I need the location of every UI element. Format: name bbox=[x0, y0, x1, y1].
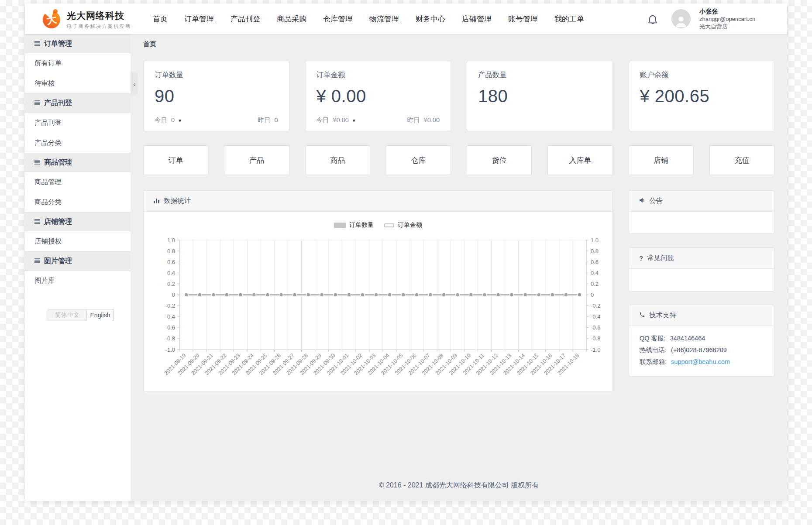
statistics-chart-svg: 1.01.00.80.80.60.60.40.40.20.200-0.2-0.2… bbox=[144, 212, 612, 392]
sidebar: 订单管理 所有订单待审核 产品刊登 产品刊登产品分类 商品管理 商品管理商品分类… bbox=[25, 34, 131, 501]
quick-button-inbound-orders[interactable]: 入库单 bbox=[547, 145, 612, 175]
stat-card-footer: 今日 ¥0.00 ▼ 昨日 ¥0.00 bbox=[317, 116, 440, 124]
language-switcher: 简体中文 English bbox=[48, 309, 114, 321]
legend-item-order-amount[interactable]: 订单金额 bbox=[384, 221, 422, 229]
brand-logo-icon: 大 bbox=[41, 8, 62, 31]
speaker-icon bbox=[639, 197, 645, 205]
svg-text:1.0: 1.0 bbox=[591, 237, 599, 244]
sidebar-group-images[interactable]: 图片管理 bbox=[25, 251, 131, 271]
chart-legend: 订单数量 订单金额 bbox=[144, 221, 612, 229]
stat-card-order-count: 订单数量 90 今日 0 ▼ 昨日 0 bbox=[143, 61, 289, 131]
stat-card-product-count: 产品数量 180 bbox=[467, 61, 613, 131]
app-window: 大 光大网络科技 电子商务解决方案供应商 首页订单管理产品刊登商品采购仓库管理物… bbox=[25, 3, 787, 501]
sidebar-group-goods[interactable]: 商品管理 bbox=[25, 153, 131, 172]
support-panel-title: 技术支持 bbox=[649, 311, 676, 320]
nav-item-product-listing[interactable]: 产品刊登 bbox=[231, 14, 260, 24]
user-avatar[interactable] bbox=[671, 9, 691, 28]
svg-text:0.4: 0.4 bbox=[591, 270, 599, 276]
brand-logo[interactable]: 大 光大网络科技 电子商务解决方案供应商 bbox=[41, 8, 131, 31]
svg-text:0.8: 0.8 bbox=[167, 248, 175, 254]
svg-text:大: 大 bbox=[45, 13, 57, 26]
sidebar-collapse-handle[interactable]: ‹ bbox=[131, 72, 138, 96]
quick-button-recharge[interactable]: 充值 bbox=[709, 145, 774, 175]
nav-item-my-tickets[interactable]: 我的工单 bbox=[554, 14, 584, 24]
quick-button-goods[interactable]: 商品 bbox=[305, 145, 370, 175]
nav-item-finance-center[interactable]: 财务中心 bbox=[416, 14, 445, 24]
menu-list-icon bbox=[34, 99, 40, 107]
sidebar-item-goods-management[interactable]: 商品管理 bbox=[25, 172, 131, 192]
quick-button-products[interactable]: 产品 bbox=[224, 145, 289, 175]
notification-bell-icon[interactable] bbox=[647, 13, 659, 25]
support-panel: 技术支持 QQ 客服: 3484146464 热线电话: (+86)028-87… bbox=[629, 305, 774, 377]
sidebar-item-label: 所有订单 bbox=[34, 59, 62, 68]
sidebar-group-orders[interactable]: 订单管理 bbox=[25, 34, 131, 53]
quick-button-stores[interactable]: 店铺 bbox=[629, 145, 694, 175]
language-current-button[interactable]: 简体中文 bbox=[48, 309, 87, 321]
today-dropdown[interactable]: 今日 0 ▼ bbox=[155, 116, 182, 124]
svg-text:0.2: 0.2 bbox=[591, 281, 599, 287]
svg-text:-0.6: -0.6 bbox=[165, 324, 175, 331]
menu-list-icon bbox=[34, 257, 40, 265]
support-email-link[interactable]: support@beahu.com bbox=[671, 358, 730, 365]
stats-cards: 订单数量 90 今日 0 ▼ 昨日 0 订单金额 ¥ 0.00 今日 ¥0.00… bbox=[143, 61, 774, 131]
nav-item-logistics-management[interactable]: 物流管理 bbox=[369, 14, 399, 24]
user-info[interactable]: 小张张 zhanggr@opencart.cn 光大自营店 bbox=[699, 8, 755, 30]
content-area: ‹ 首页 订单数量 90 今日 0 ▼ 昨日 0 订单金额 ¥ 0.00 今日 … bbox=[131, 34, 787, 501]
nav-item-goods-purchase[interactable]: 商品采购 bbox=[277, 14, 306, 24]
sidebar-group-product-listing[interactable]: 产品刊登 bbox=[25, 93, 131, 113]
nav-item-home[interactable]: 首页 bbox=[153, 14, 168, 24]
support-body: QQ 客服: 3484146464 热线电话: (+86)028-8796620… bbox=[629, 326, 774, 374]
quick-button-locations[interactable]: 货位 bbox=[467, 145, 532, 175]
nav-item-account-management[interactable]: 账号管理 bbox=[508, 14, 538, 24]
svg-text:-0.6: -0.6 bbox=[591, 324, 600, 331]
statistics-panel: 数据统计 订单数量 订单金额 1.01.00.80.80.60.60.40.40… bbox=[143, 190, 613, 392]
support-line: QQ 客服: 3484146464 bbox=[640, 333, 764, 344]
nav-item-warehouse-management[interactable]: 仓库管理 bbox=[323, 14, 353, 24]
stat-card-value: ¥ 0.00 bbox=[317, 86, 440, 106]
sidebar-group-label: 店铺管理 bbox=[44, 217, 72, 226]
today-dropdown[interactable]: 今日 ¥0.00 ▼ bbox=[317, 116, 356, 124]
support-line: 联系邮箱: support@beahu.com bbox=[640, 356, 764, 368]
sidebar-item-product-listing[interactable]: 产品刊登 bbox=[25, 113, 131, 133]
legend-swatch-solid bbox=[334, 223, 346, 228]
stat-card-value: 180 bbox=[478, 86, 602, 106]
user-store: 光大自营店 bbox=[699, 23, 755, 30]
sidebar-group-store[interactable]: 店铺管理 bbox=[25, 212, 131, 231]
svg-text:-0.8: -0.8 bbox=[591, 335, 600, 342]
yesterday-value: 昨日 0 bbox=[258, 116, 278, 124]
sidebar-item-label: 产品分类 bbox=[34, 138, 62, 148]
chevron-left-icon: ‹ bbox=[133, 80, 135, 88]
sidebar-item-product-categories[interactable]: 产品分类 bbox=[25, 133, 131, 153]
sidebar-item-label: 图片库 bbox=[34, 276, 55, 285]
sidebar-item-label: 产品刊登 bbox=[34, 118, 62, 127]
user-name: 小张张 bbox=[699, 8, 755, 15]
language-english-button[interactable]: English bbox=[87, 309, 114, 321]
caret-down-icon: ▼ bbox=[178, 118, 182, 123]
svg-text:0: 0 bbox=[172, 292, 175, 298]
quick-button-warehouse[interactable]: 仓库 bbox=[386, 145, 451, 175]
sidebar-menu: 订单管理 所有订单待审核 产品刊登 产品刊登产品分类 商品管理 商品管理商品分类… bbox=[25, 34, 131, 291]
sidebar-group-label: 商品管理 bbox=[44, 158, 72, 167]
top-header: 大 光大网络科技 电子商务解决方案供应商 首页订单管理产品刊登商品采购仓库管理物… bbox=[25, 3, 787, 34]
sidebar-item-label: 商品管理 bbox=[34, 178, 62, 187]
svg-text:1.0: 1.0 bbox=[167, 237, 175, 244]
svg-text:-0.4: -0.4 bbox=[591, 313, 600, 320]
legend-item-order-count[interactable]: 订单数量 bbox=[334, 221, 374, 229]
person-icon bbox=[674, 14, 688, 28]
sidebar-item-pending-review[interactable]: 待审核 bbox=[25, 73, 131, 93]
sidebar-group-label: 订单管理 bbox=[44, 39, 72, 48]
quick-button-orders[interactable]: 订单 bbox=[143, 145, 208, 175]
svg-text:0.6: 0.6 bbox=[591, 259, 599, 265]
faq-panel-title: 常见问题 bbox=[647, 254, 674, 263]
stat-card-value: 90 bbox=[155, 86, 278, 106]
svg-text:0.6: 0.6 bbox=[167, 259, 175, 265]
breadcrumb[interactable]: 首页 bbox=[143, 40, 156, 48]
stat-card-footer: 今日 0 ▼ 昨日 0 bbox=[155, 116, 278, 124]
sidebar-item-store-authorization[interactable]: 店铺授权 bbox=[25, 231, 131, 251]
nav-item-order-management[interactable]: 订单管理 bbox=[184, 14, 214, 24]
svg-text:-1.0: -1.0 bbox=[165, 347, 175, 353]
sidebar-item-goods-categories[interactable]: 商品分类 bbox=[25, 192, 131, 212]
sidebar-item-all-orders[interactable]: 所有订单 bbox=[25, 53, 131, 73]
sidebar-item-image-library[interactable]: 图片库 bbox=[25, 271, 131, 291]
nav-item-store-management[interactable]: 店铺管理 bbox=[462, 14, 492, 24]
